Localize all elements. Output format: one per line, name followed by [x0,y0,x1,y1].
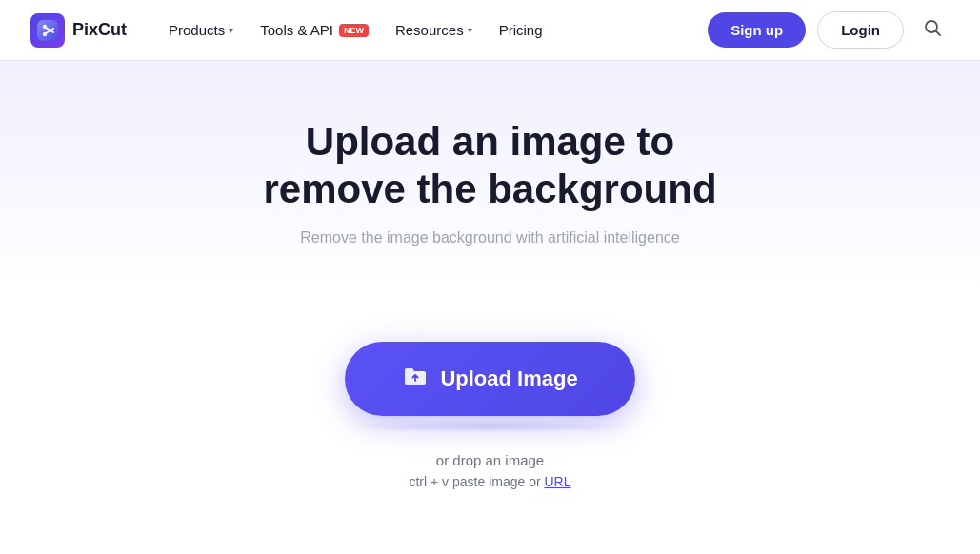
nav-item-products[interactable]: Products ▾ [157,14,245,46]
search-button[interactable] [915,10,950,49]
signup-button[interactable]: Sign up [708,12,806,48]
logo-link[interactable]: PixCut [30,13,127,48]
logo-text: PixCut [72,20,127,40]
nav-item-tools[interactable]: Tools & API NEW [249,14,380,46]
nav-item-pricing[interactable]: Pricing [488,14,554,46]
chevron-down-icon-resources: ▾ [468,25,472,35]
logo-icon [30,13,65,48]
svg-rect-0 [37,20,58,41]
new-badge: NEW [339,24,369,37]
nav-links: Products ▾ Tools & API NEW Resources ▾ P… [157,14,708,46]
upload-button-shadow [348,420,633,433]
hero-subtitle: Remove the image background with artific… [19,229,961,247]
nav-label-products: Products [169,22,225,38]
hero-title: Upload an image to remove the background [19,118,961,214]
hero-section: Upload an image to remove the background… [0,61,980,285]
upload-section: Upload Image or drop an image ctrl + v p… [0,285,980,527]
login-button[interactable]: Login [817,11,904,49]
svg-line-6 [936,31,941,36]
upload-button-label: Upload Image [440,366,577,391]
nav-label-resources: Resources [395,22,464,38]
navbar: PixCut Products ▾ Tools & API NEW Resour… [0,0,980,61]
nav-label-tools: Tools & API [260,22,333,38]
paste-label: ctrl + v paste image or [409,474,540,489]
hero-title-line2: remove the background [263,167,716,211]
drop-text: or drop an image [19,452,961,468]
nav-item-resources[interactable]: Resources ▾ [384,14,484,46]
folder-upload-icon [402,363,429,389]
search-icon [923,18,942,37]
url-link[interactable]: URL [545,474,571,489]
nav-actions: Sign up Login [708,10,950,49]
hero-title-line1: Upload an image to [306,119,674,164]
chevron-down-icon: ▾ [229,25,233,35]
upload-image-button[interactable]: Upload Image [345,342,634,416]
nav-label-pricing: Pricing [499,22,543,38]
paste-text: ctrl + v paste image or URL [19,474,961,489]
upload-icon [402,363,429,395]
